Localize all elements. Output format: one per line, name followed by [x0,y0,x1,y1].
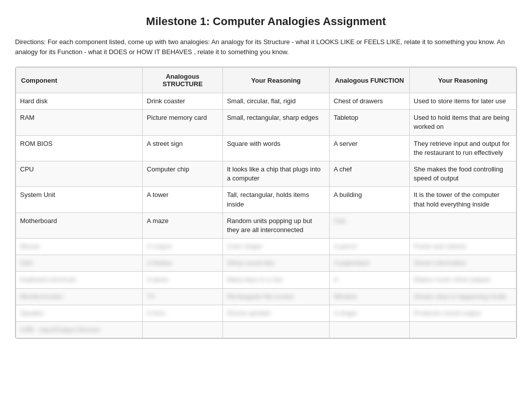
cell-r4-c3: A building [330,187,410,213]
cell-r6-c1: A crayon [143,239,223,255]
cell-r2-c2: Square with words [222,135,329,161]
cell-r1-c1: Picture memory card [143,110,223,135]
cell-r4-c1: A tower [143,187,223,213]
cell-r9-c2: Rectangular flat screen [222,288,329,305]
cell-r0-c3: Chest of drawers [330,93,410,110]
cell-r5-c3: Hub [330,213,410,238]
cell-r9-c0: Monitor/screen [16,288,143,305]
cell-r2-c3: A server [330,135,410,161]
cell-r0-c1: Drink coaster [143,93,223,110]
header-analogous-structure: Analogous STRUCTURE [143,68,223,93]
cell-r6-c3: A pencil [330,239,410,255]
cell-r1-c0: RAM [16,110,143,135]
cell-r2-c0: ROM BIOS [16,135,143,161]
cell-r11-c3 [330,322,410,338]
table-row: System UnitA towerTall, rectangular, hol… [16,187,516,213]
header-reasoning-1: Your Reasoning [222,68,329,93]
cell-r7-c3: A paperback [330,255,410,272]
cell-r10-c3: A singer [330,305,410,321]
cell-r2-c4: They retrieve input and output for the r… [409,135,516,161]
table-row: ROM BIOSA street signSquare with wordsA … [16,135,516,161]
cell-r3-c2: It looks like a chip that plugs into a c… [222,161,329,186]
cell-r8-c1: A piano [143,272,223,288]
cell-r1-c3: Tabletop [330,110,410,135]
table-row: Monitor/screenTVRectangular flat screenW… [16,288,516,305]
cell-r4-c2: Tall, rectangular, holds items inside [222,187,329,213]
cell-r0-c2: Small, circular, flat, rigid [222,93,329,110]
cell-r4-c0: System Unit [16,187,143,213]
table-row: CPUComputer chipIt looks like a chip tha… [16,161,516,186]
table-row: MouseA crayonColor shapeA pencilPoints a… [16,239,516,255]
cell-r3-c0: CPU [16,161,143,186]
cell-r5-c2: Random units popping up but they are all… [222,213,329,238]
cell-r11-c1 [143,322,223,338]
cell-r9-c3: Window [330,288,410,305]
cell-r11-c2 [222,322,329,338]
cell-r5-c4 [409,213,516,238]
cell-r6-c4: Points and selects [409,239,516,255]
cell-r8-c2: Many keys in a row [222,272,329,288]
cell-r6-c2: Color shape [222,239,329,255]
cell-r11-c4 [409,322,516,338]
cell-r1-c2: Small, rectangular, sharp edges [222,110,329,135]
cell-r0-c0: Hard disk [16,93,143,110]
cell-r10-c2: Round speaker [222,305,329,321]
header-component: Component [16,68,143,93]
table-row: USB - Input/Output Devices [16,322,516,338]
cell-r5-c1: A maze [143,213,223,238]
header-reasoning-2: Your Reasoning [409,68,516,93]
table-row: RAMPicture memory cardSmall, rectangular… [16,110,516,135]
cell-r8-c3: A [330,272,410,288]
cell-r10-c1: A horn [143,305,223,321]
directions-text: Directions: For each component listed, c… [10,37,522,57]
cell-r7-c4: Stores information [409,255,516,272]
page-title: Milestone 1: Computer Analogies Assignme… [10,15,522,28]
cell-r10-c4: Produces sound output [409,305,516,321]
cell-r10-c0: Speaker [16,305,143,321]
cell-r0-c4: Used to store items for later use [409,93,516,110]
analogies-table: Component Analogous STRUCTURE Your Reaso… [16,67,516,338]
cell-r6-c0: Mouse [16,239,143,255]
header-analogous-function: Analogous FUNCTION [330,68,410,93]
cell-r8-c4: Makes music when played [409,272,516,288]
table-row: SpeakerA hornRound speakerA singerProduc… [16,305,516,321]
cell-r3-c1: Computer chip [143,161,223,186]
cell-r1-c4: Used to hold items that are being worked… [409,110,516,135]
table-row: Hard diskDrink coasterSmall, circular, f… [16,93,516,110]
cell-r3-c3: A chef [330,161,410,186]
cell-r2-c1: A street sign [143,135,223,161]
cell-r7-c2: Shiny round disc [222,255,329,272]
cell-r5-c0: Motherboard [16,213,143,238]
cell-r9-c4: Shows what is happening inside [409,288,516,305]
cell-r3-c4: She makes the food controlling speed of … [409,161,516,186]
table-row: MotherboardA mazeRandom units popping up… [16,213,516,238]
table-row: Keyboard shortcutsA pianoMany keys in a … [16,272,516,288]
table-row: DiskA frisbeeShiny round discA paperback… [16,255,516,272]
cell-r4-c4: It is the tower of the computer that hol… [409,187,516,213]
cell-r7-c0: Disk [16,255,143,272]
cell-r11-c0: USB - Input/Output Devices [16,322,143,338]
cell-r9-c1: TV [143,288,223,305]
cell-r7-c1: A frisbee [143,255,223,272]
main-table-wrapper: Component Analogous STRUCTURE Your Reaso… [15,67,517,339]
cell-r8-c0: Keyboard shortcuts [16,272,143,288]
